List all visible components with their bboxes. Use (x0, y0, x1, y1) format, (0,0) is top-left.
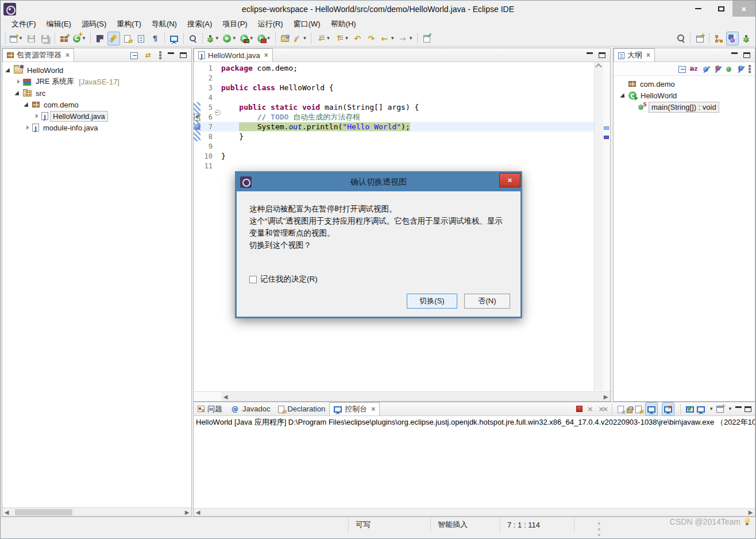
pin-console-button[interactable] (686, 406, 694, 413)
menu-item[interactable]: 源码(S) (76, 18, 111, 30)
tab-package-explorer[interactable]: 包资源管理器 × (2, 48, 74, 61)
collapse-all-button[interactable] (130, 52, 138, 59)
breakpoint-gutter[interactable] (194, 122, 201, 132)
tree-item[interactable]: HelloWorld (619, 90, 755, 101)
hide-fields-button[interactable] (702, 65, 710, 73)
code-line[interactable]: 2 (194, 73, 594, 83)
word-wrap-button[interactable] (635, 406, 642, 413)
code-line[interactable]: 4 (194, 93, 594, 102)
window-minimize-button[interactable] (686, 1, 709, 17)
code-line[interactable]: 6 // TODO 自动生成的方法存根 (194, 112, 594, 122)
sort-button[interactable]: az (689, 64, 699, 74)
overview-ruler[interactable] (603, 62, 610, 391)
tree-expander-icon[interactable] (16, 90, 22, 96)
editor-hscrollbar[interactable]: ◀ ▶ (221, 391, 610, 401)
toggle-mark-occurrences-button[interactable] (107, 32, 120, 45)
tree-expander-icon[interactable] (34, 113, 40, 119)
code-line[interactable]: 11 (194, 161, 594, 171)
code-line[interactable]: 1package com.demo; (194, 63, 594, 73)
tab-javadoc[interactable]: @Javadoc (226, 402, 274, 415)
scroll-left-icon[interactable]: ◀ (194, 508, 202, 517)
tab-problems[interactable]: 问题 (194, 402, 226, 415)
menu-item[interactable]: 搜索(A) (182, 18, 217, 30)
link-with-editor-toggle[interactable]: ⇄ (144, 51, 153, 60)
external-tools-button[interactable]: ▼ (292, 32, 308, 45)
console-output-area[interactable] (194, 429, 755, 508)
menu-item[interactable]: 导航(N) (146, 18, 182, 30)
no-button[interactable]: 否(N) (464, 294, 510, 309)
close-tab-icon[interactable]: × (65, 51, 70, 59)
quick-access-search-button[interactable] (674, 32, 687, 45)
tree-expander-icon[interactable] (25, 125, 31, 130)
show-stderr-toggle[interactable] (662, 402, 674, 416)
tab-declaration[interactable]: Declaration (274, 402, 329, 415)
forward-button[interactable]: →▼ (397, 32, 414, 45)
tree-expander-icon[interactable] (16, 79, 22, 84)
close-tab-icon[interactable]: × (371, 405, 375, 413)
editor-vscrollbar[interactable] (594, 62, 603, 391)
show-stdout-toggle[interactable] (645, 402, 658, 416)
coverage-button[interactable]: ▶▼ (239, 32, 255, 45)
dropdown-arrow-icon[interactable]: ▼ (709, 406, 713, 411)
maximize-editor-button[interactable] (599, 52, 605, 58)
remove-launch-button[interactable]: × (585, 405, 595, 414)
open-task-button[interactable] (279, 32, 291, 45)
maximize-panel-button[interactable] (180, 52, 187, 58)
previous-annotation-button[interactable]: ↑▼ (333, 32, 350, 45)
next-annotation-button[interactable]: ↓▼ (314, 32, 331, 45)
show-view-button[interactable] (168, 32, 180, 45)
dialog-titlebar[interactable]: 确认切换透视图 × (237, 173, 520, 191)
code-line[interactable]: 5 public static void main(String[] args)… (194, 102, 594, 112)
next-edit-location-button[interactable]: ↷ (365, 32, 377, 45)
view-menu-button[interactable]: ●●● (748, 64, 751, 73)
scroll-right-icon[interactable]: ▶ (746, 508, 755, 517)
menu-item[interactable]: 项目(P) (217, 18, 252, 30)
clear-console-button[interactable] (618, 406, 624, 413)
view-menu-button[interactable]: ●●● (159, 51, 162, 59)
code-line[interactable]: 3public class HelloWorld { (194, 83, 594, 93)
terminate-button[interactable] (576, 406, 583, 412)
window-maximize-button[interactable] (709, 1, 732, 17)
tree-item[interactable]: main(String[]) : void (619, 101, 755, 113)
scroll-up-icon[interactable] (595, 63, 601, 70)
collapse-all-button[interactable] (678, 66, 686, 73)
debug-perspective-button[interactable] (740, 32, 753, 45)
back-button[interactable]: ←▼ (379, 32, 396, 45)
display-console-button[interactable] (697, 406, 705, 413)
tree-expander-icon[interactable] (7, 67, 13, 73)
code-line[interactable]: 7 System.out.println("Hello World"); (194, 122, 594, 132)
menu-item[interactable]: 运行(R) (253, 18, 288, 30)
save-button[interactable] (25, 32, 38, 45)
hierarchy-perspective-button[interactable] (712, 32, 725, 45)
minimize-panel-button[interactable] (168, 52, 174, 54)
open-type-button[interactable] (94, 32, 106, 45)
close-tab-icon[interactable]: × (646, 51, 650, 59)
scroll-right-icon[interactable]: ▶ (183, 508, 191, 517)
remember-decision-checkbox[interactable] (249, 276, 257, 283)
dropdown-arrow-icon[interactable]: ▼ (728, 406, 732, 411)
link-with-editor-button[interactable] (121, 32, 134, 45)
package-explorer-hscrollbar[interactable]: ◀ ▶ (2, 507, 191, 516)
tip-lamp-icon[interactable] (744, 517, 751, 526)
dialog-close-button[interactable]: × (499, 173, 520, 187)
close-tab-icon[interactable]: × (264, 51, 268, 59)
task-marker[interactable] (604, 126, 609, 130)
save-all-button[interactable] (39, 32, 52, 45)
scroll-left-icon[interactable]: ◀ (221, 392, 230, 401)
menu-item[interactable]: 窗口(W) (288, 18, 326, 30)
tab-helloworld-java[interactable]: HelloWorld.java × (194, 48, 273, 61)
open-console-button[interactable] (716, 406, 724, 413)
code-line[interactable]: 8 } (194, 132, 594, 141)
scroll-left-icon[interactable]: ◀ (2, 508, 11, 517)
tree-item[interactable]: src (5, 87, 191, 99)
minimize-panel-button[interactable] (731, 52, 738, 54)
code-line[interactable]: 10} (194, 151, 594, 161)
menu-item[interactable]: 重构(T) (111, 18, 146, 30)
menu-item[interactable]: 编辑(E) (41, 18, 76, 30)
profile-button[interactable]: ▶▼ (256, 32, 272, 45)
maximize-panel-button[interactable] (743, 52, 750, 58)
show-whitespace-button[interactable]: ¶ (149, 32, 161, 45)
run-button[interactable]: ▶▼ (222, 32, 238, 45)
tree-item[interactable]: HelloWorld.java (5, 110, 191, 122)
tab-outline[interactable]: 大纲 × (614, 48, 655, 61)
